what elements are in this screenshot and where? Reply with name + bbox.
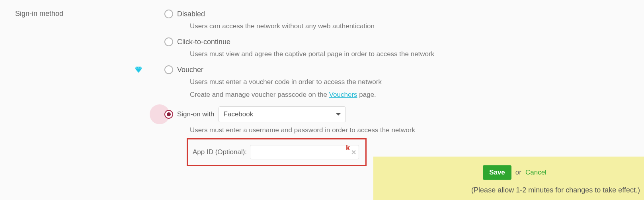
radio-signon[interactable] — [164, 110, 173, 119]
option-click: Click-to-continue — [149, 37, 627, 49]
signon-provider-select[interactable]: Facebook — [219, 106, 346, 122]
save-bar: Save or Cancel (Please allow 1-2 minutes… — [373, 157, 644, 200]
radio-click-to-continue[interactable] — [164, 37, 173, 46]
option-voucher-desc: Users must enter a voucher code in order… — [190, 78, 627, 86]
voucher-create-suffix: page. — [357, 91, 376, 98]
option-signon-label: Sign-on with — [177, 110, 215, 118]
option-voucher-label: Voucher — [177, 66, 203, 74]
radio-disabled[interactable] — [164, 10, 173, 18]
option-click-label: Click-to-continue — [177, 38, 230, 46]
section-title: Sign-in method — [15, 10, 63, 18]
or-text: or — [515, 169, 521, 176]
option-signon: Sign-on with Facebook — [149, 106, 627, 122]
signin-method-options: Disabled Users can access the network wi… — [149, 10, 627, 166]
signon-provider-value: Facebook — [224, 110, 254, 118]
option-disabled-label: Disabled — [177, 10, 205, 18]
appid-input[interactable] — [250, 145, 359, 159]
option-voucher: Voucher — [149, 65, 627, 77]
vouchers-link[interactable]: Vouchers — [329, 91, 357, 98]
save-button[interactable]: Save — [483, 165, 511, 180]
option-disabled: Disabled — [149, 10, 627, 22]
appid-input-wrapper: ✕ k — [250, 145, 359, 159]
radio-voucher[interactable] — [164, 65, 173, 74]
cancel-link[interactable]: Cancel — [525, 169, 546, 176]
appid-label: App ID (Optional): — [193, 148, 247, 156]
option-disabled-desc: Users can access the network without any… — [190, 22, 627, 30]
voucher-create-prefix: Create and manage voucher passcode on th… — [190, 91, 329, 98]
appid-field-highlight: App ID (Optional): ✕ k — [187, 138, 367, 166]
chevron-down-icon — [336, 113, 341, 116]
option-signon-desc: Users must enter a username and password… — [190, 126, 627, 134]
diamond-icon — [135, 67, 142, 75]
save-note: (Please allow 1-2 minutes for changes to… — [388, 186, 642, 194]
option-click-desc: Users must view and agree the captive po… — [190, 50, 627, 58]
clear-input-icon[interactable]: ✕ — [351, 149, 356, 156]
option-voucher-create: Create and manage voucher passcode on th… — [190, 91, 627, 99]
